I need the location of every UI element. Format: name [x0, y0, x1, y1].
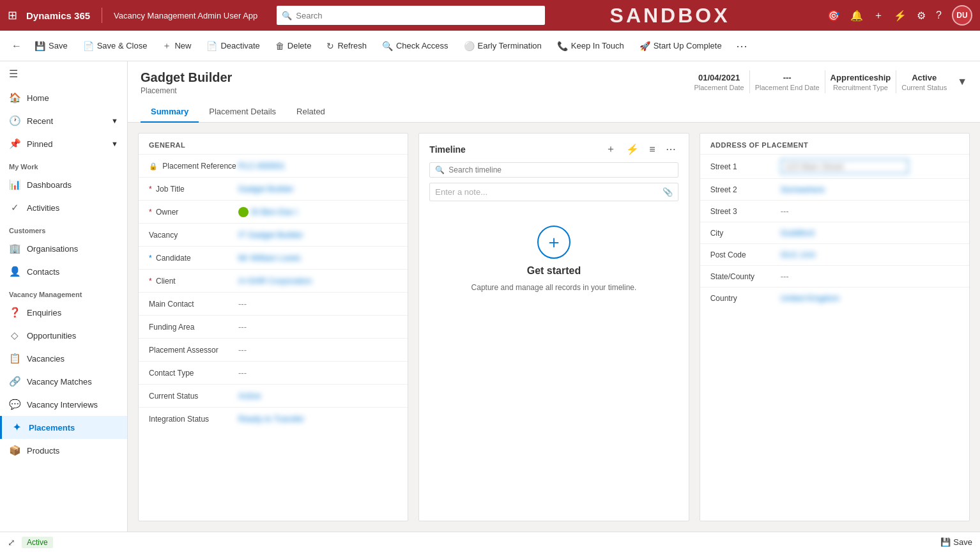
timeline-search[interactable]: 🔍	[429, 162, 678, 178]
bell-icon[interactable]: 🔔	[850, 10, 863, 22]
timeline-search-input[interactable]	[448, 165, 672, 174]
deactivate-button[interactable]: 📄 Deactivate	[200, 37, 266, 55]
owner-value[interactable]: Di Ben-Dav i	[251, 207, 397, 217]
sidebar-activities-label: Activities	[27, 203, 59, 213]
timeline-add-button[interactable]: ＋	[603, 141, 618, 157]
refresh-icon: ↻	[326, 41, 334, 51]
meta-divider-2	[825, 70, 825, 93]
state-label: State/County	[710, 272, 781, 281]
sidebar-item-opportunities[interactable]: ◇ Opportunities	[0, 324, 127, 347]
avatar[interactable]: DU	[952, 5, 972, 26]
vacancy-value[interactable]: IT Gadget Builder	[238, 230, 397, 240]
expand-icon[interactable]: ⤢	[8, 537, 15, 548]
tab-related[interactable]: Related	[286, 102, 335, 123]
general-card: GENERAL 🔒 Placement Reference PLC-000001…	[138, 133, 408, 521]
footer-save-label: Save	[953, 537, 972, 547]
sidebar-toggle[interactable]: ☰	[0, 61, 127, 86]
plus-icon[interactable]: ＋	[873, 9, 884, 22]
brand-divider	[102, 8, 102, 23]
save-icon: 💾	[34, 41, 45, 51]
footer-save-button[interactable]: 💾 Save	[940, 537, 972, 547]
check-access-button[interactable]: 🔍 Check Access	[376, 37, 455, 55]
keep-in-touch-icon: 📞	[557, 41, 568, 51]
sidebar-pinned-label: Pinned	[27, 139, 52, 149]
postcode-field: Post Code GU1 1AA	[700, 243, 969, 265]
search-input[interactable]	[296, 11, 540, 20]
toolbar-more-button[interactable]: ⋯	[731, 36, 753, 56]
status-badge: Active	[22, 537, 53, 548]
back-button[interactable]: ←	[8, 36, 26, 56]
job-title-value[interactable]: Gadget Builder	[238, 184, 397, 194]
sidebar-opportunities-label: Opportunities	[27, 331, 76, 341]
main-contact-field: Main Contact ---	[139, 292, 408, 315]
record-tabs: Summary Placement Details Related	[141, 102, 967, 122]
sidebar-item-placements[interactable]: ✦ Placements	[0, 416, 127, 439]
settings-icon[interactable]: ⚙	[917, 10, 926, 22]
sidebar-item-pinned[interactable]: 📌 Pinned ▼	[0, 132, 127, 155]
vacancy-field: Vacancy IT Gadget Builder	[139, 223, 408, 246]
sidebar-item-home-label: Home	[27, 93, 49, 103]
filter-icon[interactable]: ⚡	[894, 10, 907, 22]
tab-placement-details[interactable]: Placement Details	[199, 102, 286, 123]
help-icon[interactable]: ?	[936, 10, 942, 21]
sidebar-item-products[interactable]: 📦 Products	[0, 439, 127, 462]
current-status-field-label: Current Status	[149, 392, 238, 401]
candidate-required-blue: *	[149, 254, 152, 263]
check-access-icon: 🔍	[382, 41, 393, 51]
street1-input[interactable]	[781, 159, 908, 174]
address-card: ADDRESS OF PLACEMENT Street 1 Street 2 S…	[700, 133, 970, 521]
candidate-value[interactable]: Mr William Lewis	[238, 253, 397, 263]
pinned-arrow: ▼	[111, 140, 118, 148]
sidebar-vacancies-label: Vacancies	[27, 354, 65, 364]
save-button[interactable]: 💾 Save	[28, 37, 74, 55]
owner-required: *	[149, 208, 152, 217]
target-icon[interactable]: 🎯	[827, 10, 840, 22]
client-value[interactable]: A+SHR Corporation	[238, 276, 397, 286]
delete-label: Delete	[287, 41, 312, 50]
early-termination-label: Early Termination	[478, 41, 542, 50]
sidebar-item-activities[interactable]: ✓ Activities	[0, 196, 127, 219]
delete-button[interactable]: 🗑 Delete	[269, 37, 318, 55]
sidebar-item-dashboards[interactable]: 📊 Dashboards	[0, 173, 127, 196]
country-value: United Kingdom	[781, 293, 959, 303]
sidebar-item-vacancy-matches[interactable]: 🔗 Vacancy Matches	[0, 370, 127, 393]
top-bar-icons: 🎯 🔔 ＋ ⚡ ⚙ ? DU	[827, 5, 972, 26]
sidebar-item-vacancies[interactable]: 📋 Vacancies	[0, 347, 127, 370]
timeline-more-button[interactable]: ⋯	[663, 142, 678, 157]
start-up-complete-button[interactable]: 🚀 Start Up Complete	[633, 37, 728, 55]
current-status-field: Current Status Active	[139, 384, 408, 407]
client-field: * Client A+SHR Corporation	[139, 269, 408, 292]
vacancy-label: Vacancy	[149, 231, 238, 240]
recent-arrow: ▼	[111, 117, 118, 125]
start-up-complete-icon: 🚀	[639, 41, 650, 51]
vacancy-interviews-icon: 💬	[9, 399, 20, 410]
waffle-icon[interactable]: ⊞	[8, 8, 17, 22]
sidebar-item-enquiries[interactable]: ❓ Enquiries	[0, 301, 127, 324]
timeline-filter-button[interactable]: ⚡	[624, 142, 641, 157]
main-contact-label: Main Contact	[149, 300, 238, 309]
new-button[interactable]: ＋ New	[156, 36, 197, 56]
timeline-note-input[interactable]: Enter a note... 📎	[429, 183, 678, 201]
sidebar-item-recent[interactable]: 🕐 Recent ▼	[0, 109, 127, 132]
record-header: Gadget Builder Placement 01/04/2021 Plac…	[128, 61, 980, 123]
refresh-button[interactable]: ↻ Refresh	[320, 37, 373, 55]
sidebar-item-contacts[interactable]: 👤 Contacts	[0, 260, 127, 283]
street1-label: Street 1	[710, 162, 781, 171]
keep-in-touch-button[interactable]: 📞 Keep In Touch	[551, 37, 631, 55]
timeline-list-button[interactable]: ≡	[647, 142, 657, 157]
street2-value: Somewhere	[781, 185, 959, 194]
early-termination-icon: ⚪	[464, 41, 475, 51]
early-termination-button[interactable]: ⚪ Early Termination	[457, 37, 548, 55]
save-close-button[interactable]: 📄 Save & Close	[77, 37, 154, 55]
search-bar[interactable]: 🔍	[277, 6, 545, 25]
sidebar-item-vacancy-interviews[interactable]: 💬 Vacancy Interviews	[0, 393, 127, 416]
meta-expand-icon[interactable]: ▼	[957, 76, 967, 88]
record-subtitle: Placement	[141, 86, 232, 95]
sidebar-item-home[interactable]: 🏠 Home	[0, 86, 127, 109]
placement-end-value: ---	[755, 73, 820, 82]
products-icon: 📦	[9, 445, 20, 456]
sidebar-item-organisations[interactable]: 🏢 Organisations	[0, 237, 127, 260]
tab-summary[interactable]: Summary	[141, 102, 199, 123]
placement-ref-label: 🔒 Placement Reference	[149, 162, 238, 171]
integration-status-label: Integration Status	[149, 415, 238, 424]
